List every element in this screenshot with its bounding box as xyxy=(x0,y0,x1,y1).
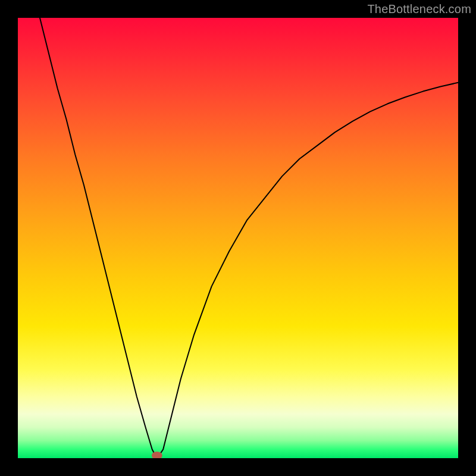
chart-svg xyxy=(18,18,458,458)
bottleneck-curve xyxy=(40,18,458,456)
watermark-text: TheBottleneck.com xyxy=(367,2,471,16)
chart-frame: TheBottleneck.com xyxy=(0,0,476,476)
plot-area xyxy=(18,18,458,458)
